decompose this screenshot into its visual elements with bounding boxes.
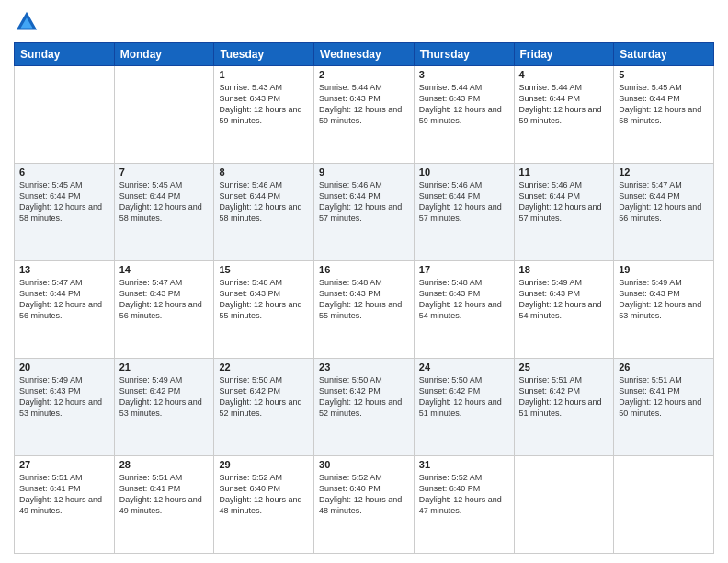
day-number: 18 — [519, 264, 609, 275]
day-info: Sunrise: 5:43 AMSunset: 6:43 PMDaylight:… — [219, 82, 309, 127]
day-number: 3 — [419, 69, 509, 80]
day-number: 17 — [419, 264, 509, 275]
day-cell: 20Sunrise: 5:49 AMSunset: 6:43 PMDayligh… — [15, 359, 115, 456]
day-cell — [514, 456, 614, 554]
page: SundayMondayTuesdayWednesdayThursdayFrid… — [0, 0, 728, 563]
day-number: 11 — [519, 167, 609, 178]
day-cell: 1Sunrise: 5:43 AMSunset: 6:43 PMDaylight… — [214, 66, 314, 164]
day-cell: 24Sunrise: 5:50 AMSunset: 6:42 PMDayligh… — [414, 359, 514, 456]
day-cell: 7Sunrise: 5:45 AMSunset: 6:44 PMDaylight… — [114, 164, 214, 261]
day-info: Sunrise: 5:50 AMSunset: 6:42 PMDaylight:… — [319, 374, 409, 419]
day-info: Sunrise: 5:51 AMSunset: 6:41 PMDaylight:… — [19, 472, 109, 517]
col-header-friday: Friday — [514, 43, 614, 66]
day-info: Sunrise: 5:46 AMSunset: 6:44 PMDaylight:… — [419, 179, 509, 224]
day-info: Sunrise: 5:44 AMSunset: 6:44 PMDaylight:… — [519, 82, 609, 127]
day-number: 8 — [219, 167, 309, 178]
day-info: Sunrise: 5:45 AMSunset: 6:44 PMDaylight:… — [19, 179, 109, 224]
day-number: 2 — [319, 69, 409, 80]
day-info: Sunrise: 5:50 AMSunset: 6:42 PMDaylight:… — [219, 374, 309, 419]
day-number: 24 — [419, 362, 509, 373]
day-info: Sunrise: 5:52 AMSunset: 6:40 PMDaylight:… — [319, 472, 409, 517]
day-cell: 9Sunrise: 5:46 AMSunset: 6:44 PMDaylight… — [314, 164, 415, 261]
day-cell: 18Sunrise: 5:49 AMSunset: 6:43 PMDayligh… — [514, 261, 614, 359]
day-cell: 30Sunrise: 5:52 AMSunset: 6:40 PMDayligh… — [314, 456, 415, 554]
day-info: Sunrise: 5:52 AMSunset: 6:40 PMDaylight:… — [219, 472, 309, 517]
day-number: 12 — [619, 167, 709, 178]
day-number: 31 — [419, 459, 509, 470]
day-cell: 27Sunrise: 5:51 AMSunset: 6:41 PMDayligh… — [15, 456, 115, 554]
day-number: 21 — [119, 362, 210, 373]
day-number: 22 — [219, 362, 309, 373]
day-info: Sunrise: 5:45 AMSunset: 6:44 PMDaylight:… — [619, 82, 709, 127]
week-row-5: 27Sunrise: 5:51 AMSunset: 6:41 PMDayligh… — [15, 456, 714, 554]
day-info: Sunrise: 5:46 AMSunset: 6:44 PMDaylight:… — [319, 179, 409, 224]
col-header-monday: Monday — [114, 43, 214, 66]
day-cell: 26Sunrise: 5:51 AMSunset: 6:41 PMDayligh… — [614, 359, 714, 456]
logo — [14, 9, 43, 35]
logo-icon — [14, 9, 40, 35]
day-cell: 22Sunrise: 5:50 AMSunset: 6:42 PMDayligh… — [214, 359, 314, 456]
day-cell — [114, 66, 214, 164]
day-cell: 19Sunrise: 5:49 AMSunset: 6:43 PMDayligh… — [614, 261, 714, 359]
day-cell: 21Sunrise: 5:49 AMSunset: 6:42 PMDayligh… — [114, 359, 214, 456]
day-cell — [15, 66, 115, 164]
day-number: 29 — [219, 459, 309, 470]
day-cell: 2Sunrise: 5:44 AMSunset: 6:43 PMDaylight… — [314, 66, 415, 164]
day-info: Sunrise: 5:46 AMSunset: 6:44 PMDaylight:… — [519, 179, 609, 224]
day-number: 14 — [119, 264, 210, 275]
day-cell: 8Sunrise: 5:46 AMSunset: 6:44 PMDaylight… — [214, 164, 314, 261]
day-info: Sunrise: 5:44 AMSunset: 6:43 PMDaylight:… — [319, 82, 409, 127]
day-info: Sunrise: 5:47 AMSunset: 6:44 PMDaylight:… — [619, 179, 709, 224]
col-header-saturday: Saturday — [614, 43, 714, 66]
day-cell: 10Sunrise: 5:46 AMSunset: 6:44 PMDayligh… — [414, 164, 514, 261]
day-info: Sunrise: 5:49 AMSunset: 6:43 PMDaylight:… — [519, 277, 609, 322]
day-number: 23 — [319, 362, 409, 373]
day-number: 15 — [219, 264, 309, 275]
day-number: 6 — [19, 167, 109, 178]
day-info: Sunrise: 5:48 AMSunset: 6:43 PMDaylight:… — [419, 277, 509, 322]
day-number: 26 — [619, 362, 709, 373]
day-number: 30 — [319, 459, 409, 470]
day-cell: 16Sunrise: 5:48 AMSunset: 6:43 PMDayligh… — [314, 261, 415, 359]
day-number: 19 — [619, 264, 709, 275]
day-number: 4 — [519, 69, 609, 80]
day-cell: 4Sunrise: 5:44 AMSunset: 6:44 PMDaylight… — [514, 66, 614, 164]
day-cell: 14Sunrise: 5:47 AMSunset: 6:43 PMDayligh… — [114, 261, 214, 359]
day-info: Sunrise: 5:52 AMSunset: 6:40 PMDaylight:… — [419, 472, 509, 517]
day-cell: 13Sunrise: 5:47 AMSunset: 6:44 PMDayligh… — [15, 261, 115, 359]
day-cell: 3Sunrise: 5:44 AMSunset: 6:43 PMDaylight… — [414, 66, 514, 164]
col-header-thursday: Thursday — [414, 43, 514, 66]
col-header-sunday: Sunday — [15, 43, 115, 66]
week-row-3: 13Sunrise: 5:47 AMSunset: 6:44 PMDayligh… — [15, 261, 714, 359]
day-info: Sunrise: 5:51 AMSunset: 6:41 PMDaylight:… — [119, 472, 210, 517]
day-number: 27 — [19, 459, 109, 470]
day-info: Sunrise: 5:45 AMSunset: 6:44 PMDaylight:… — [119, 179, 210, 224]
day-cell: 12Sunrise: 5:47 AMSunset: 6:44 PMDayligh… — [614, 164, 714, 261]
day-cell: 17Sunrise: 5:48 AMSunset: 6:43 PMDayligh… — [414, 261, 514, 359]
day-number: 25 — [519, 362, 609, 373]
day-cell: 29Sunrise: 5:52 AMSunset: 6:40 PMDayligh… — [214, 456, 314, 554]
header — [14, 9, 714, 35]
day-info: Sunrise: 5:47 AMSunset: 6:43 PMDaylight:… — [119, 277, 210, 322]
day-cell: 6Sunrise: 5:45 AMSunset: 6:44 PMDaylight… — [15, 164, 115, 261]
day-info: Sunrise: 5:49 AMSunset: 6:43 PMDaylight:… — [619, 277, 709, 322]
week-row-4: 20Sunrise: 5:49 AMSunset: 6:43 PMDayligh… — [15, 359, 714, 456]
day-number: 5 — [619, 69, 709, 80]
day-info: Sunrise: 5:48 AMSunset: 6:43 PMDaylight:… — [319, 277, 409, 322]
day-info: Sunrise: 5:51 AMSunset: 6:41 PMDaylight:… — [619, 374, 709, 419]
day-info: Sunrise: 5:48 AMSunset: 6:43 PMDaylight:… — [219, 277, 309, 322]
day-cell — [614, 456, 714, 554]
day-info: Sunrise: 5:50 AMSunset: 6:42 PMDaylight:… — [419, 374, 509, 419]
header-row: SundayMondayTuesdayWednesdayThursdayFrid… — [15, 43, 714, 66]
day-number: 20 — [19, 362, 109, 373]
day-number: 7 — [119, 167, 210, 178]
day-number: 9 — [319, 167, 409, 178]
day-cell: 25Sunrise: 5:51 AMSunset: 6:42 PMDayligh… — [514, 359, 614, 456]
day-cell: 23Sunrise: 5:50 AMSunset: 6:42 PMDayligh… — [314, 359, 415, 456]
day-number: 16 — [319, 264, 409, 275]
day-cell: 11Sunrise: 5:46 AMSunset: 6:44 PMDayligh… — [514, 164, 614, 261]
day-number: 13 — [19, 264, 109, 275]
calendar-table: SundayMondayTuesdayWednesdayThursdayFrid… — [14, 42, 714, 554]
day-info: Sunrise: 5:49 AMSunset: 6:42 PMDaylight:… — [119, 374, 210, 419]
week-row-2: 6Sunrise: 5:45 AMSunset: 6:44 PMDaylight… — [15, 164, 714, 261]
